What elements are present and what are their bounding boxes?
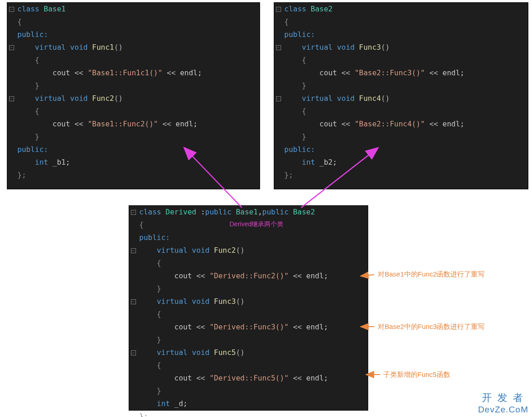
close-brace: } <box>157 284 162 293</box>
void-keyword: void <box>70 94 88 103</box>
virtual-keyword: virtual <box>157 246 188 255</box>
shift-op: << <box>192 374 210 382</box>
fold-minus-icon[interactable]: − <box>276 7 281 12</box>
virtual-keyword: virtual <box>157 348 188 357</box>
base1-name: Base1 <box>236 208 258 216</box>
semicolon: ; <box>66 158 70 167</box>
fold-minus-icon[interactable]: − <box>9 7 14 12</box>
void-keyword: void <box>192 348 210 357</box>
open-brace: { <box>17 17 22 26</box>
close-brace: } <box>302 81 307 90</box>
endl: endl <box>443 120 460 128</box>
int-keyword: int <box>157 399 170 408</box>
cout: cout <box>319 68 337 77</box>
func-name: Func4 <box>359 94 381 103</box>
semicolon: ; <box>460 68 464 77</box>
fold-minus-icon[interactable]: − <box>131 210 136 215</box>
shift-op: << <box>337 120 355 128</box>
base2-name: Base2 <box>293 208 315 216</box>
shift-op: << <box>289 323 307 331</box>
open-brace: { <box>35 56 40 64</box>
close-brace: } <box>157 386 162 395</box>
fold-minus-icon[interactable]: − <box>276 45 281 50</box>
open-brace: { <box>157 361 162 370</box>
fold-minus-icon[interactable]: − <box>131 350 136 355</box>
member-name: _b1 <box>52 158 66 167</box>
string-literal: "Derived::Func3()" <box>209 323 288 331</box>
fold-minus-icon[interactable]: − <box>9 96 14 101</box>
open-brace: { <box>139 220 144 229</box>
shift-op: << <box>70 120 88 128</box>
code-block-base2: − class Base2 { public: − virtual void F… <box>274 2 528 189</box>
func-name: Func5 <box>214 348 236 357</box>
cout: cout <box>174 374 192 382</box>
string-literal: "Derived::Func2()" <box>209 271 288 280</box>
func-name: Func3 <box>214 297 236 306</box>
open-brace: { <box>284 17 289 26</box>
watermark-en: DevZe.CoM <box>478 405 528 415</box>
public-keyword: public: <box>284 30 315 39</box>
virtual-keyword: virtual <box>35 43 66 52</box>
public-keyword: public: <box>284 145 315 154</box>
fold-minus-icon[interactable]: − <box>131 299 136 304</box>
string-literal: "Base2::Func4()" <box>355 120 425 128</box>
class-name: Derived <box>166 208 196 216</box>
void-keyword: void <box>337 43 355 52</box>
semicolon: ; <box>460 120 464 128</box>
void-keyword: void <box>192 246 210 255</box>
watermark: 开发者 DevZe.CoM <box>478 391 528 415</box>
semicolon: ; <box>183 399 188 408</box>
shift-op: << <box>289 271 307 280</box>
virtual-keyword: virtual <box>302 43 333 52</box>
func-parens: () <box>114 43 123 52</box>
fold-minus-icon[interactable]: − <box>9 45 14 50</box>
endl: endl <box>306 374 324 382</box>
func-name: Func2 <box>92 94 114 103</box>
semicolon: ; <box>198 68 202 77</box>
open-brace: { <box>157 259 162 267</box>
func-parens: () <box>381 94 390 103</box>
endl: endl <box>176 120 193 128</box>
close-brace-semi: }; <box>17 171 26 179</box>
cout: cout <box>319 120 337 128</box>
cout: cout <box>52 68 70 77</box>
public-keyword: public: <box>139 233 170 242</box>
shift-op: << <box>337 68 355 77</box>
func-name: Func3 <box>359 43 381 52</box>
class-keyword: class <box>139 208 161 216</box>
class-keyword: class <box>17 5 39 13</box>
shift-op: << <box>425 68 443 77</box>
cout: cout <box>174 271 192 280</box>
endl: endl <box>443 68 460 77</box>
virtual-keyword: virtual <box>157 297 188 306</box>
annotation-func2-override: 对Base1中的Func2函数进行了重写 <box>378 270 485 279</box>
shift-op: << <box>192 271 210 280</box>
public-kw: public <box>262 208 289 216</box>
fold-minus-icon[interactable]: − <box>131 248 136 253</box>
cout: cout <box>174 323 192 331</box>
close-brace: } <box>157 335 162 344</box>
fold-minus-icon[interactable]: − <box>276 96 281 101</box>
func-parens: () <box>114 94 123 103</box>
class-name: Base1 <box>44 5 66 13</box>
string-literal: "Derived::Func5()" <box>209 374 288 382</box>
semicolon: ; <box>324 323 329 331</box>
endl: endl <box>180 68 198 77</box>
shift-op: << <box>192 323 210 331</box>
close-brace: } <box>35 81 40 90</box>
string-literal: "Base1::Func2()" <box>88 120 158 128</box>
member-name: _b2 <box>319 158 333 167</box>
func-name: Func2 <box>214 246 236 255</box>
endl: endl <box>306 271 324 280</box>
open-brace: { <box>157 310 162 318</box>
semicolon: ; <box>193 120 198 128</box>
close-brace-semi: }; <box>139 412 148 417</box>
func-parens: () <box>381 43 390 52</box>
shift-op: << <box>162 68 180 77</box>
virtual-keyword: virtual <box>302 94 333 103</box>
shift-op: << <box>289 374 307 382</box>
watermark-cn: 开发者 <box>478 391 528 405</box>
func-name: Func1 <box>92 43 114 52</box>
code-block-base1: − class Base1 { public: − virtual void F… <box>7 2 260 189</box>
string-literal: "Base1::Fun1c1()" <box>88 68 162 77</box>
